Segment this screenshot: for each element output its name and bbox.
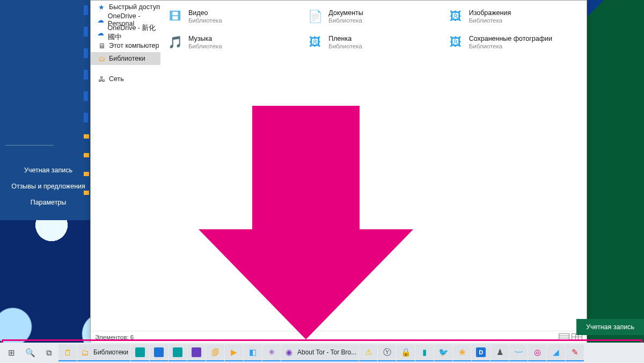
taskbar-app-9[interactable]: ♟ (491, 344, 509, 361)
library-title: Видео (188, 9, 222, 17)
yandex-icon: Ⓨ (382, 347, 392, 358)
taskbar-media[interactable]: ▶ (225, 344, 243, 361)
taskbar-app-3[interactable] (169, 344, 187, 361)
instagram-icon: ◎ (532, 347, 543, 358)
library-title: Музыка (188, 35, 222, 42)
taskbar-app-10[interactable]: 〰 (509, 344, 528, 361)
app-5-icon: 🗐 (210, 347, 221, 358)
app-7-icon: ✳ (266, 347, 277, 358)
taskbar-app-5[interactable]: 🗐 (206, 344, 224, 361)
library-subtitle: Библиотека (328, 43, 362, 50)
nav-item-4[interactable]: 🗂Библиотеки (91, 52, 160, 65)
taskbar-tor[interactable]: ◉About Tor - Tor Bro... (281, 344, 358, 361)
taskbar-app-6[interactable]: ◧ (244, 344, 262, 361)
taskbar-sticky-notes[interactable]: 🗒 (58, 344, 77, 361)
account-button[interactable]: Учетная запись (576, 319, 644, 335)
nav-label: Быстрый доступ (109, 3, 160, 11)
explorer-nav-pane[interactable]: ★Быстрый доступ☁OneDrive - Personal☁OneD… (91, 1, 160, 323)
nav-label: Библиотеки (109, 55, 145, 62)
library-icon: 🖼 (447, 33, 465, 52)
library-subtitle: Библиотека (328, 17, 363, 24)
taskbar-lock-app[interactable]: 🔒 (397, 344, 415, 361)
library-title: Сохраненные фотографии (469, 35, 552, 42)
library-subtitle: Библиотека (469, 43, 552, 50)
hummingbird-icon: 🐦 (438, 347, 449, 358)
library-subtitle: Библиотека (188, 17, 222, 24)
library-icon: 📄 (306, 8, 324, 26)
taskbar[interactable]: ⊞🔍⧉🗒🗂Библиотеки🗐▶◧✳◉About Tor - Tor Bro.… (0, 343, 644, 363)
start-menu-bottom: Учетная записьОтзывы и предложенияПараме… (0, 162, 97, 210)
start-menu-item-2[interactable]: Параметры (0, 194, 97, 210)
library-item-4[interactable]: 🖼ПленкаБиблиотека (306, 32, 444, 53)
library-subtitle: Библиотека (188, 43, 222, 50)
nav-label: Сеть (109, 75, 124, 83)
taskbar-start[interactable]: ⊞ (2, 344, 20, 361)
nav-icon: 🖧 (97, 75, 106, 83)
library-icon: 🖼 (306, 33, 324, 52)
taskbar-app-2[interactable] (150, 344, 168, 361)
nav-icon: ☁ (97, 28, 105, 37)
library-subtitle: Библиотека (469, 17, 511, 24)
app-8-icon: ▮ (419, 347, 430, 358)
nav-icon: ★ (97, 3, 106, 11)
library-item-1[interactable]: 📄ДокументыБиблиотека (306, 6, 444, 27)
app-10-icon: 〰 (513, 347, 524, 358)
taskbar-app-1[interactable] (131, 344, 149, 361)
start-menu-item-0[interactable]: Учетная запись (0, 162, 97, 178)
start-menu-panel: Учетная записьОтзывы и предложенияПараме… (0, 0, 97, 220)
file-explorer-window: ★Быстрый доступ☁OneDrive - Personal☁OneD… (90, 0, 587, 343)
explorer-icon: 🗂 (79, 347, 90, 358)
library-icon: 🖼 (447, 8, 465, 26)
app-11-icon: ◢ (551, 347, 561, 358)
app-9-icon: ♟ (494, 347, 505, 358)
app-6-icon: ◧ (247, 347, 258, 358)
brain-icon: ❀ (457, 347, 467, 358)
nav-icon: 🖥 (97, 41, 106, 50)
search-icon: 🔍 (25, 347, 35, 358)
taskbar-search[interactable]: 🔍 (21, 344, 39, 361)
task-view-icon: ⧉ (43, 347, 54, 358)
library-title: Изображения (469, 9, 511, 17)
library-icon: 🎵 (166, 33, 184, 52)
lock-app-icon: 🔒 (400, 347, 411, 358)
nav-icon: 🗂 (97, 54, 106, 63)
tor-icon: ◉ (283, 347, 294, 358)
account-button-label: Учетная запись (586, 323, 634, 331)
nav-item-2[interactable]: ☁OneDrive - 新化國中 (91, 26, 160, 39)
start-icon: ⊞ (6, 347, 17, 358)
warning-icon: ⚠ (363, 347, 374, 358)
sticky-notes-icon: 🗒 (62, 347, 73, 358)
nav-item-6[interactable]: 🖧Сеть (91, 72, 160, 85)
nav-icon: ☁ (97, 16, 105, 24)
library-item-5[interactable]: 🖼Сохраненные фотографииБиблиотека (447, 32, 584, 53)
taskbar-task-view[interactable]: ⧉ (40, 344, 58, 361)
taskbar-app-12[interactable]: ✎ (566, 344, 584, 361)
taskbar-label: About Tor - Tor Bro... (297, 349, 356, 356)
taskbar-hummingbird[interactable]: 🐦 (434, 344, 452, 361)
library-item-0[interactable]: 🎞ВидеоБиблиотека (166, 6, 304, 27)
taskbar-app-11[interactable]: ◢ (547, 344, 565, 361)
explorer-content[interactable]: 🎞ВидеоБиблиотека📄ДокументыБиблиотека🖼Изо… (160, 1, 587, 323)
taskbar-label: Библиотеки (93, 349, 128, 356)
library-item-3[interactable]: 🎵МузыкаБиблиотека (166, 32, 304, 53)
library-title: Пленка (328, 35, 362, 42)
nav-label: OneDrive - 新化國中 (108, 24, 160, 42)
taskbar-explorer[interactable]: 🗂Библиотеки (77, 344, 130, 361)
start-menu-item-1[interactable]: Отзывы и предложения (0, 178, 97, 194)
taskbar-app-7[interactable]: ✳ (262, 344, 281, 361)
taskbar-app-d[interactable]: D (472, 344, 490, 361)
media-icon: ▶ (229, 347, 239, 358)
app-12-icon: ✎ (569, 347, 580, 358)
taskbar-warning[interactable]: ⚠ (359, 344, 377, 361)
nav-item-0[interactable]: ★Быстрый доступ (91, 1, 160, 13)
library-icon: 🎞 (166, 8, 184, 26)
nav-label: Этот компьютер (109, 42, 159, 49)
taskbar-app-8[interactable]: ▮ (415, 344, 434, 361)
library-item-2[interactable]: 🖼ИзображенияБиблиотека (447, 6, 584, 27)
library-title: Документы (328, 9, 363, 17)
taskbar-app-4[interactable] (187, 344, 206, 361)
taskbar-brain[interactable]: ❀ (453, 344, 471, 361)
taskbar-instagram[interactable]: ◎ (528, 344, 546, 361)
taskbar-yandex[interactable]: Ⓨ (378, 344, 396, 361)
